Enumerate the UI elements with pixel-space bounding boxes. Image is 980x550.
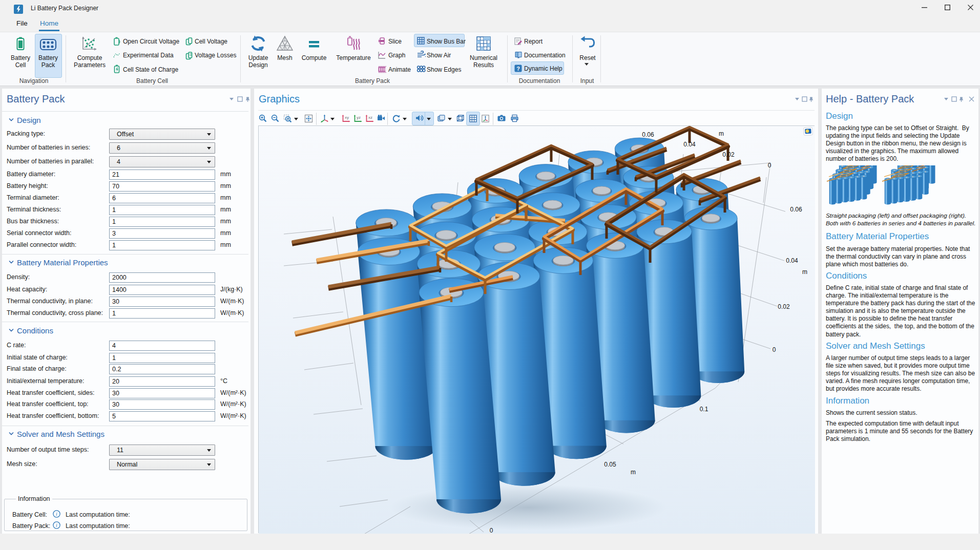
- svg-text:xy: xy: [345, 115, 349, 120]
- svg-text:0: 0: [490, 527, 493, 534]
- svg-text:i: i: [56, 522, 57, 528]
- svg-text:0: 0: [773, 346, 776, 353]
- svg-text:m: m: [631, 469, 636, 476]
- svg-text:?: ?: [516, 66, 520, 72]
- svg-text:m: m: [719, 130, 724, 137]
- svg-text:0.02: 0.02: [722, 151, 735, 158]
- svg-text:0.04: 0.04: [786, 257, 798, 264]
- svg-text:m: m: [802, 268, 807, 276]
- svg-text:yz: yz: [357, 115, 361, 120]
- svg-text:0.06: 0.06: [642, 131, 654, 138]
- svg-text:0.1: 0.1: [700, 406, 708, 413]
- svg-text:0: 0: [768, 162, 772, 169]
- svg-text:0.04: 0.04: [683, 141, 696, 148]
- svg-text:xz: xz: [368, 115, 372, 120]
- svg-text:i: i: [56, 511, 57, 517]
- svg-text:0.06: 0.06: [790, 206, 802, 213]
- svg-text:0.02: 0.02: [778, 303, 790, 310]
- svg-text:0.05: 0.05: [604, 461, 616, 468]
